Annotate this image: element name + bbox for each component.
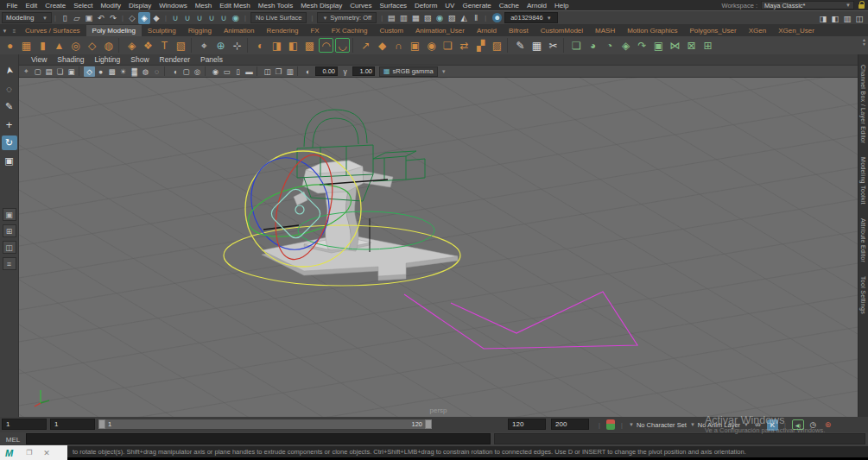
- animation-preferences-icon[interactable]: ⊛: [822, 419, 833, 431]
- menu-mesh[interactable]: Mesh: [191, 2, 216, 9]
- render-view-icon[interactable]: ▤: [385, 12, 397, 24]
- playback-start-field[interactable]: 120: [508, 419, 546, 430]
- quad-draw-icon[interactable]: ▦: [529, 37, 545, 54]
- menu-edit-mesh[interactable]: Edit Mesh: [216, 2, 255, 9]
- duplicate-face-icon[interactable]: ❏: [440, 37, 456, 54]
- rotate-tool[interactable]: ↻: [2, 135, 17, 150]
- combine-icon[interactable]: ◐: [252, 37, 269, 54]
- taskbar-preview[interactable]: M ❐ ✕: [0, 445, 67, 460]
- display-render-settings-icon[interactable]: ◉: [434, 12, 446, 24]
- type-tool-icon[interactable]: T: [156, 37, 173, 54]
- select-object-icon[interactable]: ◈: [138, 12, 150, 24]
- sidebar-tab-attribute-editor[interactable]: Attribute Editor: [860, 211, 866, 269]
- menu-display[interactable]: Display: [125, 2, 155, 9]
- construction-plane-icon[interactable]: ⌖: [196, 37, 212, 54]
- default-material-icon[interactable]: ◖: [169, 66, 181, 77]
- show-attribute-editor-icon[interactable]: ◨: [817, 13, 829, 25]
- mel-label[interactable]: MEL: [0, 432, 26, 446]
- open-scene-icon[interactable]: ▱: [71, 12, 83, 24]
- menu-help[interactable]: Help: [551, 2, 573, 9]
- tab-bifrost[interactable]: Bifrost: [503, 25, 535, 36]
- gamma-icon[interactable]: γ: [339, 66, 351, 77]
- poly-plane-icon[interactable]: ◇: [84, 37, 100, 54]
- camera-attributes-icon[interactable]: ▤: [43, 66, 54, 77]
- undo-icon[interactable]: ↶: [95, 12, 107, 24]
- super-shape-icon[interactable]: ◈: [124, 37, 140, 54]
- symmetry-dropdown[interactable]: ▼ Symmetry: Off: [317, 12, 377, 23]
- multi-cut-icon[interactable]: ✂: [545, 37, 561, 54]
- pause-viewport-icon[interactable]: ‖: [470, 12, 482, 24]
- view-transform-dropdown[interactable]: ▦ sRGB gamma: [379, 66, 438, 77]
- show-channel-box-icon[interactable]: ▥: [841, 13, 853, 25]
- menu-generate[interactable]: Generate: [459, 2, 495, 9]
- snap-to-grids-icon[interactable]: ∪: [169, 12, 181, 24]
- snap-to-curves-icon[interactable]: ∪: [181, 12, 193, 24]
- tab-fx-caching[interactable]: FX Caching: [326, 25, 374, 36]
- gamma-field[interactable]: 1.00: [352, 66, 375, 76]
- save-scene-icon[interactable]: ▣: [83, 12, 95, 24]
- playback-end-field[interactable]: 200: [551, 419, 589, 430]
- tab-xgen[interactable]: XGen: [743, 25, 772, 36]
- tab-motion-graphics[interactable]: Motion Graphics: [621, 25, 683, 36]
- lock-camera-icon[interactable]: ▢: [32, 66, 43, 77]
- pane-layout-icon[interactable]: ◫: [262, 66, 273, 77]
- automatic-mapping-icon[interactable]: ◈: [618, 37, 634, 54]
- menu-mesh-display[interactable]: Mesh Display: [297, 2, 346, 9]
- bridge-icon[interactable]: ∩: [390, 37, 407, 54]
- menu-uv[interactable]: UV: [441, 2, 459, 9]
- menu-deform[interactable]: Deform: [411, 2, 441, 9]
- menu-windows[interactable]: Windows: [155, 2, 191, 9]
- tab-animation[interactable]: Animation: [218, 25, 261, 36]
- snap-to-points-icon[interactable]: ∪: [193, 12, 206, 24]
- gate-mask-icon[interactable]: ▬: [244, 66, 255, 77]
- panel-menu-show[interactable]: Show: [125, 55, 154, 64]
- render-setup-icon[interactable]: ▧: [421, 12, 434, 24]
- poly-disc-icon[interactable]: ◍: [100, 37, 117, 54]
- mirror-icon[interactable]: ◧: [285, 37, 301, 54]
- svg-tool-icon[interactable]: ▧: [173, 37, 189, 54]
- select-camera-icon[interactable]: ⌖: [21, 66, 32, 77]
- sidebar-tab-channel-box-layer-editor[interactable]: Channel Box / Layer Editor: [860, 58, 866, 150]
- booleans-icon[interactable]: ▩: [301, 37, 318, 54]
- tab-fx[interactable]: FX: [304, 25, 325, 36]
- clock-icon[interactable]: ◷: [808, 419, 819, 431]
- shelf-options-icon[interactable]: ≡: [10, 25, 19, 36]
- range-end-handle[interactable]: [425, 419, 432, 429]
- xray-icon[interactable]: ▢: [181, 66, 192, 77]
- menu-file[interactable]: File: [3, 2, 22, 9]
- ipr-render-icon[interactable]: ▦: [409, 12, 421, 24]
- use-all-lights-icon[interactable]: ☀: [117, 66, 129, 77]
- cylindrical-mapping-icon[interactable]: ◕: [585, 37, 601, 54]
- textured-icon[interactable]: ▩: [106, 66, 117, 77]
- poly-sphere-icon[interactable]: ●: [2, 37, 18, 54]
- shelf-menu-icon[interactable]: ▼: [0, 25, 10, 36]
- menu-create[interactable]: Create: [41, 2, 70, 9]
- shelf-scroll-arrows[interactable]: ▲▼: [862, 38, 866, 47]
- restore-window-icon[interactable]: ❐: [26, 449, 32, 457]
- anim-layer-dropdown[interactable]: ▼ No Anim Layer: [690, 421, 740, 429]
- smooth-icon[interactable]: ◠: [319, 38, 333, 53]
- extrude-icon[interactable]: ↗: [358, 37, 374, 54]
- command-input[interactable]: [26, 433, 491, 444]
- planar-mapping-icon[interactable]: ❏: [568, 37, 585, 54]
- viewport[interactable]: persp: [19, 78, 858, 417]
- viewport-canvas[interactable]: [19, 78, 858, 417]
- tab-xgen-user[interactable]: XGen_User: [772, 25, 820, 36]
- sew-uv-icon[interactable]: ⋈: [667, 37, 683, 54]
- menu-set-dropdown[interactable]: Modeling ▼: [2, 12, 52, 23]
- make-live-icon[interactable]: ◉: [230, 12, 242, 24]
- panel-menu-panels[interactable]: Panels: [195, 55, 228, 64]
- zero-transform-icon[interactable]: ⊹: [229, 37, 245, 54]
- separate-icon[interactable]: ◨: [269, 37, 285, 54]
- menu-cache[interactable]: Cache: [495, 2, 523, 9]
- tab-sculpting[interactable]: Sculpting: [142, 25, 182, 36]
- new-scene-icon[interactable]: ▯: [59, 12, 71, 24]
- redo-icon[interactable]: ↷: [107, 12, 119, 24]
- menu-modify[interactable]: Modify: [97, 2, 125, 9]
- account-menu[interactable]: ☻ a01329846 ▼: [492, 12, 558, 23]
- image-plane-icon[interactable]: ▣: [66, 66, 77, 77]
- bookmark-icon[interactable]: ❏: [54, 66, 66, 77]
- render-current-frame-icon[interactable]: ▥: [397, 12, 409, 24]
- lock-icon[interactable]: [858, 1, 865, 9]
- menu-arnold[interactable]: Arnold: [523, 2, 550, 9]
